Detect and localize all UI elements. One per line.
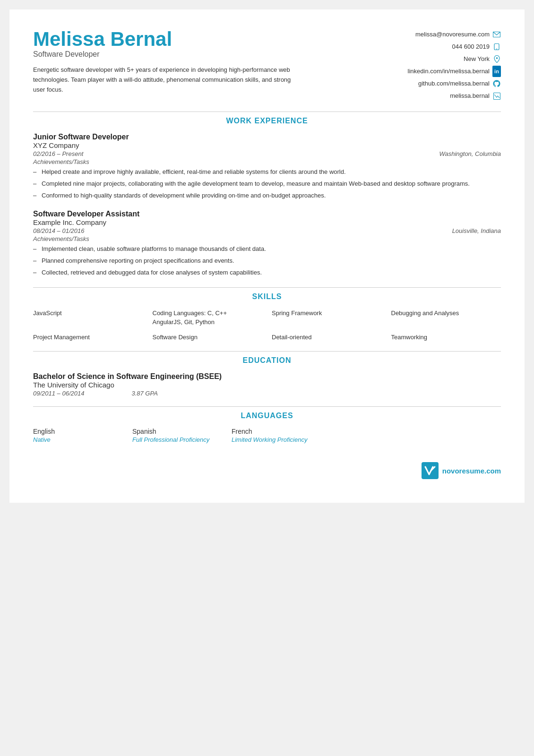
languages-title: LANGUAGES	[33, 412, 501, 420]
work-divider	[33, 112, 501, 112]
job-1-bullet-2: Completed nine major projects, collabora…	[33, 179, 501, 189]
job-1-meta: 02/2016 – Present Washington, Columbia	[33, 150, 501, 157]
job-2-location: Louisville, Indiana	[452, 227, 501, 234]
lang-0-name: English	[33, 428, 128, 435]
work-experience-section: WORK EXPERIENCE Junior Software Develope…	[33, 112, 501, 278]
svg-rect-2	[496, 49, 498, 49]
job-2-bullet-1: Implemented clean, usable software platf…	[33, 244, 501, 254]
lang-0: English Native	[33, 428, 128, 443]
location-icon	[492, 55, 501, 63]
skill-4: Project Management	[33, 333, 143, 342]
skill-3: Debugging and Analyses	[391, 309, 501, 327]
svg-point-3	[496, 57, 498, 59]
edu-meta: 09/2011 – 06/2014 3.87 GPA	[33, 390, 501, 397]
job-2-title: Software Developer Assistant	[33, 210, 501, 218]
skill-6: Detail-oriented	[272, 333, 382, 342]
job-1-title: Junior Software Developer	[33, 133, 501, 141]
lang-2-name: French	[232, 428, 326, 435]
linkedin-icon: in	[492, 67, 501, 76]
lang-1: Spanish Full Professional Proficiency	[132, 428, 227, 443]
edu-dates: 09/2011 – 06/2014	[33, 390, 84, 397]
contact-linkedin-row: linkedin.com/in/melissa.bernal in	[369, 65, 501, 77]
lang-2: French Limited Working Proficiency	[232, 428, 326, 443]
job-1-bullet-1: Helped create and improve highly availab…	[33, 167, 501, 177]
job-1-dates: 02/2016 – Present	[33, 150, 83, 157]
phone-icon	[492, 43, 501, 51]
job-2-dates: 08/2014 – 01/2016	[33, 227, 84, 234]
skill-2: Spring Framework	[272, 309, 382, 327]
contact-phone-row: 044 600 2019	[369, 41, 501, 53]
job-2-achievements-label: Achievements/Tasks	[33, 235, 501, 242]
portfolio-icon	[492, 92, 501, 100]
edu-degree: Bachelor of Science in Software Engineer…	[33, 372, 501, 381]
job-1-bullet-3: Conformed to high-quality standards of d…	[33, 191, 501, 201]
header-left: Melissa Bernal Software Developer Energe…	[33, 28, 369, 102]
contact-portfolio: melissa.bernal	[450, 90, 490, 102]
education-title: EDUCATION	[33, 356, 501, 365]
work-experience-title: WORK EXPERIENCE	[33, 117, 501, 125]
skill-7: Teamworking	[391, 333, 501, 342]
footer: novoresume.com	[33, 462, 501, 479]
job-1-company: XYZ Company	[33, 141, 501, 149]
candidate-name: Melissa Bernal	[33, 28, 369, 50]
languages-section: LANGUAGES English Native Spanish Full Pr…	[33, 406, 501, 443]
svg-rect-4	[493, 93, 500, 99]
education-section: EDUCATION Bachelor of Science in Softwar…	[33, 351, 501, 397]
skill-0: JavaScript	[33, 309, 143, 327]
job-2-company: Example Inc. Company	[33, 218, 501, 226]
edu-gpa: 3.87 GPA	[131, 390, 157, 397]
job-2: Software Developer Assistant Example Inc…	[33, 210, 501, 277]
lang-0-level: Native	[33, 436, 128, 443]
lang-1-name: Spanish	[132, 428, 227, 435]
skills-divider	[33, 287, 501, 288]
contact-location: New York	[464, 53, 490, 65]
job-2-meta: 08/2014 – 01/2016 Louisville, Indiana	[33, 227, 501, 234]
education-divider	[33, 351, 501, 352]
contact-location-row: New York	[369, 53, 501, 65]
job-1: Junior Software Developer XYZ Company 02…	[33, 133, 501, 200]
contact-email: melissa@novoresume.com	[415, 28, 490, 41]
footer-logo: novoresume.com	[422, 462, 501, 479]
email-icon	[492, 30, 501, 39]
contact-portfolio-row: melissa.bernal	[369, 90, 501, 102]
contact-github: github.com/melissa.bernal	[418, 77, 490, 90]
job-2-bullet-2: Planned comprehensive reporting on proje…	[33, 256, 501, 266]
novoresume-logo-icon	[422, 462, 439, 479]
header-right: melissa@novoresume.com 044 600 2019	[369, 28, 501, 102]
skills-section: SKILLS JavaScript Coding Languages: C, C…	[33, 287, 501, 342]
edu-school: The University of Chicago	[33, 381, 501, 389]
skill-5: Software Design	[153, 333, 263, 342]
github-icon	[492, 79, 501, 88]
lang-2-level: Limited Working Proficiency	[232, 436, 326, 443]
contact-phone: 044 600 2019	[452, 41, 490, 53]
languages-grid: English Native Spanish Full Professional…	[33, 428, 501, 443]
languages-divider	[33, 406, 501, 407]
contact-github-row: github.com/melissa.bernal	[369, 77, 501, 90]
edu-entry-0: Bachelor of Science in Software Engineer…	[33, 372, 501, 397]
skill-1: Coding Languages: C, C++ AngularJS, Git,…	[153, 309, 263, 327]
job-2-bullets: Implemented clean, usable software platf…	[33, 244, 501, 277]
skills-grid: JavaScript Coding Languages: C, C++ Angu…	[33, 309, 501, 342]
job-1-bullets: Helped create and improve highly availab…	[33, 167, 501, 200]
job-1-achievements-label: Achievements/Tasks	[33, 158, 501, 165]
candidate-summary: Energetic software developer with 5+ yea…	[33, 65, 298, 94]
contact-email-row: melissa@novoresume.com	[369, 28, 501, 41]
job-2-bullet-3: Collected, retrieved and debugged data f…	[33, 268, 501, 278]
header-section: Melissa Bernal Software Developer Energe…	[33, 28, 501, 102]
job-1-location: Washington, Columbia	[439, 150, 501, 157]
svg-rect-5	[422, 462, 439, 479]
candidate-title: Software Developer	[33, 50, 369, 59]
contact-linkedin: linkedin.com/in/melissa.bernal	[408, 65, 490, 77]
skills-title: SKILLS	[33, 292, 501, 301]
footer-brand: novoresume.com	[442, 467, 501, 475]
resume-container: Melissa Bernal Software Developer Energe…	[9, 9, 525, 503]
lang-1-level: Full Professional Proficiency	[132, 436, 227, 443]
